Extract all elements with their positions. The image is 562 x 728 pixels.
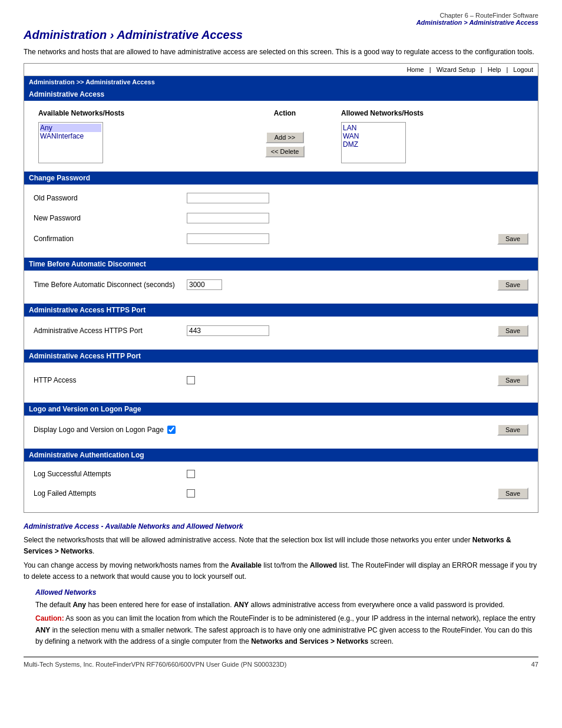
desc-para2-start: You can change access by moving network/… <box>24 561 231 569</box>
https-port-body: Administrative Access HTTPS Port Save <box>24 317 538 350</box>
confirmation-input[interactable] <box>187 233 269 244</box>
logo-header: Logo and Version on Logon Page <box>24 403 538 416</box>
http-port-body: HTTP Access Save <box>24 363 538 403</box>
admin-access-header: Administrative Access <box>24 88 538 101</box>
https-port-label: Administrative Access HTTPS Port <box>34 327 187 335</box>
allowed-item-lan[interactable]: LAN <box>343 124 404 132</box>
admin-access-body: Available Networks/Hosts Action Allowed … <box>24 101 538 172</box>
page-description: The networks and hosts that are allowed … <box>24 47 538 57</box>
allowed-item-dmz[interactable]: DMZ <box>343 140 404 149</box>
caution-any: ANY <box>35 626 50 634</box>
desc-para2-allowed: Allowed <box>310 561 337 569</box>
nav-home[interactable]: Home <box>406 66 424 73</box>
caution-para: Caution: As soon as you can limit the lo… <box>35 613 538 647</box>
time-disconnect-save-button[interactable]: Save <box>497 279 528 291</box>
action-buttons: Add >> << Delete <box>238 122 332 157</box>
col-available: Available Networks/Hosts <box>34 107 233 120</box>
new-password-input[interactable] <box>187 213 269 223</box>
an-p1-any: Any <box>72 601 86 609</box>
https-port-save-button[interactable]: Save <box>497 325 528 337</box>
log-failed-row: Log Failed Attempts Save <box>34 485 528 502</box>
chapter-label: Chapter 6 – RouteFinder Software <box>439 12 538 19</box>
old-password-row: Old Password <box>34 190 528 206</box>
breadcrumb: Administration > Administrative Access <box>416 19 538 26</box>
log-failed-label: Log Failed Attempts <box>34 489 187 498</box>
auth-log-save-button[interactable]: Save <box>497 487 528 499</box>
available-item-any[interactable]: Any <box>40 124 101 132</box>
http-access-row: HTTP Access Save <box>34 368 528 392</box>
desc-para1-end: . <box>92 547 94 555</box>
https-port-input[interactable] <box>187 325 269 336</box>
desc-para1-start: Select the networks/hosts that will be a… <box>24 536 472 544</box>
http-access-label: HTTP Access <box>34 376 187 384</box>
confirmation-row: Confirmation Save <box>34 230 528 247</box>
old-password-input[interactable] <box>187 193 269 203</box>
main-box: Home | Wizard Setup | Help | Logout Admi… <box>24 63 538 513</box>
nav-logout[interactable]: Logout <box>513 66 533 73</box>
col-action: Action <box>233 107 336 120</box>
nav-help[interactable]: Help <box>488 66 501 73</box>
caution-label: Caution: <box>35 614 64 622</box>
networks-table: Available Networks/Hosts Action Allowed … <box>34 107 528 166</box>
action-cell: Add >> << Delete <box>233 120 336 166</box>
footer-left: Multi-Tech Systems, Inc. RouteFinderVPN … <box>24 661 286 668</box>
available-list-cell: Any WANInterface <box>34 120 233 166</box>
nav-wizard-setup[interactable]: Wizard Setup <box>437 66 475 73</box>
page-title: Administration › Administrative Access <box>24 28 538 42</box>
allowed-item-wan[interactable]: WAN <box>343 132 404 140</box>
page-header: Chapter 6 – RouteFinder Software Adminis… <box>24 12 538 26</box>
delete-button[interactable]: << Delete <box>265 146 305 157</box>
new-password-label: New Password <box>34 214 187 222</box>
log-successful-row: Log Successful Attempts <box>34 467 528 480</box>
change-password-body: Old Password New Password Confirmation S… <box>24 185 538 258</box>
auth-log-body: Log Successful Attempts Log Failed Attem… <box>24 462 538 512</box>
desc-para2-mid: list to/from the <box>262 561 310 569</box>
an-p1-any2: ANY <box>234 601 249 609</box>
time-disconnect-input[interactable] <box>187 279 222 290</box>
caution-bold: Networks and Services > Networks <box>251 637 368 645</box>
time-disconnect-label: Time Before Automatic Disconnect (second… <box>34 281 187 289</box>
time-disconnect-body: Time Before Automatic Disconnect (second… <box>24 271 538 304</box>
logo-label: Display Logo and Version on Logon Page <box>34 426 164 434</box>
log-failed-checkbox[interactable] <box>187 489 195 498</box>
log-successful-checkbox[interactable] <box>187 470 195 478</box>
page-footer: Multi-Tech Systems, Inc. RouteFinderVPN … <box>24 657 538 668</box>
caution-end: screen. <box>368 637 394 645</box>
add-button[interactable]: Add >> <box>266 131 304 143</box>
col-allowed: Allowed Networks/Hosts <box>336 107 528 120</box>
time-disconnect-header: Time Before Automatic Disconnect <box>24 258 538 271</box>
change-password-header: Change Password <box>24 172 538 185</box>
change-password-save-button[interactable]: Save <box>497 233 528 245</box>
allowed-list[interactable]: LAN WAN DMZ <box>341 122 406 163</box>
new-password-row: New Password <box>34 210 528 226</box>
nav-bar: Home | Wizard Setup | Help | Logout <box>24 64 538 76</box>
allowed-networks-para1: The default Any has been entered here fo… <box>35 599 538 611</box>
available-item-waninterface[interactable]: WANInterface <box>40 132 101 140</box>
allowed-networks-subtitle: Allowed Networks <box>35 587 538 598</box>
time-disconnect-row: Time Before Automatic Disconnect (second… <box>34 276 528 293</box>
log-successful-label: Log Successful Attempts <box>34 470 187 478</box>
confirmation-label: Confirmation <box>34 235 187 243</box>
desc-para2-available: Available <box>231 561 262 569</box>
auth-log-header: Administrative Authentication Log <box>24 449 538 462</box>
desc-para2: You can change access by moving network/… <box>24 560 538 582</box>
logo-checkbox[interactable] <box>167 426 176 434</box>
caution-text: As soon as you can limit the location fr… <box>64 614 535 622</box>
available-list[interactable]: Any WANInterface <box>38 122 103 163</box>
logo-body: Display Logo and Version on Logon Page S… <box>24 416 538 449</box>
https-port-header: Administrative Access HTTPS Port <box>24 304 538 317</box>
box-breadcrumb: Administration >> Administrative Access <box>24 76 538 88</box>
an-p1-end: allows administrative access from everyw… <box>249 601 504 609</box>
desc-section: Administrative Access - Available Networ… <box>24 521 538 647</box>
desc-para1: Select the networks/hosts that will be a… <box>24 535 538 557</box>
http-access-checkbox[interactable] <box>187 376 195 384</box>
footer-right: 47 <box>531 661 538 668</box>
http-port-save-button[interactable]: Save <box>497 374 528 386</box>
an-p1-mid: has been entered here for ease of instal… <box>86 601 234 609</box>
logo-row: Display Logo and Version on Logon Page S… <box>34 421 528 438</box>
logo-save-button[interactable]: Save <box>497 424 528 436</box>
old-password-label: Old Password <box>34 194 187 202</box>
allowed-list-cell: LAN WAN DMZ <box>336 120 528 166</box>
an-p1-start: The default <box>35 601 72 609</box>
https-port-row: Administrative Access HTTPS Port Save <box>34 322 528 339</box>
